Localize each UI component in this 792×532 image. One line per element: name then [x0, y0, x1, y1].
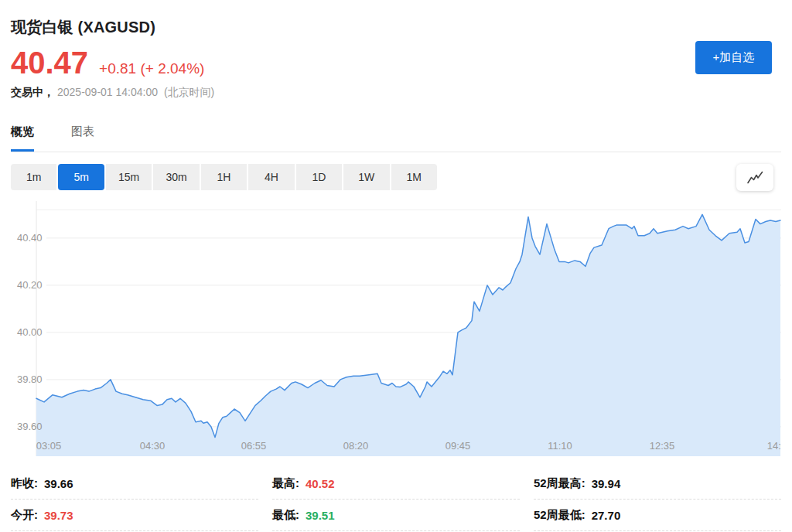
- x-axis-tick-label: 06:55: [241, 440, 267, 452]
- tab-chart[interactable]: 图表: [71, 124, 94, 152]
- x-axis-tick-label: 04:30: [140, 440, 166, 452]
- stat-value: 40.52: [306, 477, 335, 490]
- interval-15m[interactable]: 15m: [106, 164, 152, 190]
- interval-5m[interactable]: 5m: [58, 164, 104, 190]
- stat-week52-high: 52周最高:39.94: [534, 468, 781, 500]
- tab-bar: 概览图表: [11, 124, 781, 152]
- x-axis-tick-label: 09:45: [446, 440, 471, 452]
- trading-status: 交易中，2025-09-01 14:04:00 (北京时间): [11, 86, 792, 100]
- x-axis-tick-label: 12:35: [650, 440, 675, 452]
- interval-selector: 1m5m15m30m1H4H1D1W1M: [11, 164, 437, 190]
- y-axis-tick-label: 40.20: [17, 279, 43, 291]
- stat-label: 52周最高:: [534, 476, 585, 491]
- y-axis-tick-label: 39.60: [17, 421, 43, 432]
- status-timestamp: 2025-09-01 14:04:00: [57, 86, 158, 98]
- price-chart[interactable]: 40.4040.2040.0039.8039.6003:0504:3006:55…: [11, 201, 781, 458]
- stat-label: 最低:: [272, 508, 299, 523]
- tab-overview[interactable]: 概览: [11, 124, 34, 152]
- status-label: 交易中，: [11, 86, 54, 98]
- interval-30m[interactable]: 30m: [153, 164, 199, 190]
- stat-value: 39.51: [306, 509, 335, 522]
- stat-open: 今开:39.73: [11, 500, 258, 531]
- stats-grid: 昨收:39.66最高:40.5252周最高:39.94今开:39.73最低:39…: [11, 468, 781, 531]
- y-axis-tick-label: 40.40: [17, 232, 43, 244]
- stat-high: 最高:40.52: [272, 468, 520, 500]
- interval-1m[interactable]: 1m: [11, 164, 56, 190]
- stat-label: 52周最低:: [534, 508, 585, 523]
- price-change: +0.81 (+ 2.04%): [99, 60, 204, 77]
- interval-1m[interactable]: 1M: [391, 164, 437, 190]
- stat-value: 39.66: [44, 477, 73, 490]
- chart-style-button[interactable]: [736, 164, 773, 191]
- stat-label: 昨收:: [11, 476, 38, 491]
- stat-value: 39.73: [44, 509, 73, 522]
- stat-low: 最低:39.51: [272, 500, 520, 531]
- y-axis-tick-label: 39.80: [17, 373, 43, 385]
- stat-value: 39.94: [592, 477, 621, 490]
- stat-prev-close: 昨收:39.66: [11, 468, 258, 500]
- x-axis-tick-label: 03:05: [36, 440, 62, 452]
- last-price: 40.47: [11, 47, 88, 78]
- stat-value: 27.70: [592, 509, 621, 522]
- stat-label: 今开:: [11, 508, 38, 523]
- stat-label: 最高:: [272, 476, 299, 491]
- interval-1d[interactable]: 1D: [296, 164, 342, 190]
- y-axis-tick-label: 40.00: [17, 326, 43, 338]
- x-axis-tick-label: 08:20: [343, 440, 369, 452]
- add-watchlist-button[interactable]: +加自选: [695, 41, 772, 74]
- quote-page: 现货白银 (XAGUSD) 40.47 +0.81 (+ 2.04%) 交易中，…: [0, 0, 792, 532]
- interval-4h[interactable]: 4H: [248, 164, 294, 190]
- price-block: 40.47 +0.81 (+ 2.04%): [11, 47, 792, 78]
- x-axis-tick-label: 11:10: [548, 440, 572, 452]
- area-chart-svg: 40.4040.2040.0039.8039.6003:0504:3006:55…: [11, 201, 781, 458]
- interval-1w[interactable]: 1W: [343, 164, 389, 190]
- trend-line-icon: [746, 170, 764, 186]
- page-title: 现货白银 (XAGUSD): [11, 0, 792, 38]
- chart-toolbar: 1m5m15m30m1H4H1D1W1M: [11, 164, 781, 191]
- stat-week52-low: 52周最低:27.70: [534, 500, 781, 531]
- status-timezone: (北京时间): [164, 86, 214, 98]
- price-area-fill: [36, 214, 780, 456]
- x-axis-tick-label: 14:00: [767, 440, 781, 452]
- interval-1h[interactable]: 1H: [201, 164, 247, 190]
